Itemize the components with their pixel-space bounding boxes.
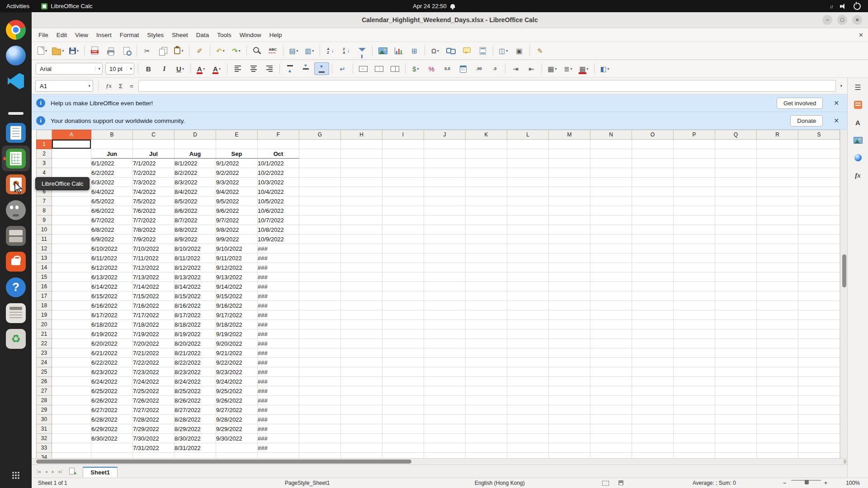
- cell-M22[interactable]: [549, 339, 590, 348]
- cell-F30[interactable]: ###: [258, 415, 299, 424]
- cell-K17[interactable]: [466, 291, 507, 301]
- cell-B24[interactable]: 6/22/2022: [91, 358, 133, 367]
- cell-N5[interactable]: [590, 178, 632, 187]
- cell-K20[interactable]: [466, 320, 507, 329]
- cell-M9[interactable]: [549, 216, 590, 225]
- format-number-button[interactable]: 0.0: [440, 62, 455, 75]
- cell-R15[interactable]: [757, 272, 798, 282]
- cell-K5[interactable]: [466, 178, 507, 187]
- cell-B3[interactable]: 6/1/2022: [91, 159, 133, 168]
- cell-P31[interactable]: [674, 424, 715, 434]
- row-header-13[interactable]: 13: [37, 253, 52, 263]
- cell-F14[interactable]: ###: [258, 263, 299, 272]
- cell-F7[interactable]: 10/5/2022: [258, 197, 299, 206]
- cell-S33[interactable]: [798, 443, 840, 453]
- first-sheet-icon[interactable]: |◂: [35, 468, 42, 475]
- cut-button[interactable]: ✂: [140, 44, 155, 57]
- cell-C34[interactable]: [133, 453, 175, 459]
- cell-D23[interactable]: 8/21/2022: [175, 348, 216, 358]
- cell-K2[interactable]: [466, 149, 507, 159]
- cell-D6[interactable]: 8/4/2022: [175, 187, 216, 197]
- dock-files-icon[interactable]: [2, 223, 30, 249]
- cell-G22[interactable]: [299, 339, 341, 348]
- menu-view[interactable]: View: [71, 30, 92, 40]
- cell-L24[interactable]: [507, 358, 549, 367]
- cell-M32[interactable]: [549, 434, 590, 443]
- previous-sheet-icon[interactable]: ◂: [43, 468, 49, 475]
- cell-I12[interactable]: [382, 244, 424, 253]
- find-and-replace-button[interactable]: [250, 44, 264, 57]
- cell-B17[interactable]: 6/15/2022: [91, 291, 133, 301]
- chevron-down-icon[interactable]: ▾: [85, 84, 90, 88]
- cell-R14[interactable]: [757, 263, 798, 272]
- cell-C27[interactable]: 7/25/2022: [133, 386, 175, 396]
- column-header-M[interactable]: M: [549, 130, 590, 140]
- cell-O12[interactable]: [632, 244, 674, 253]
- cell-O24[interactable]: [632, 358, 674, 367]
- cell-J17[interactable]: [424, 291, 466, 301]
- row-header-18[interactable]: 18: [37, 301, 52, 310]
- close-button[interactable]: [852, 15, 862, 25]
- cell-C8[interactable]: 7/6/2022: [133, 206, 175, 216]
- column-header-A[interactable]: A: [52, 130, 91, 140]
- column-header-Q[interactable]: Q: [715, 130, 757, 140]
- cell-S30[interactable]: [798, 415, 840, 424]
- cell-O15[interactable]: [632, 272, 674, 282]
- cell-A26[interactable]: [52, 377, 91, 386]
- cell-N26[interactable]: [590, 377, 632, 386]
- cell-F13[interactable]: ###: [258, 253, 299, 263]
- cell-O25[interactable]: [632, 367, 674, 377]
- cell-H12[interactable]: [341, 244, 382, 253]
- cell-R33[interactable]: [757, 443, 798, 453]
- bold-button[interactable]: B: [141, 62, 156, 75]
- cell-M19[interactable]: [549, 310, 590, 320]
- cell-E13[interactable]: 9/11/2022: [216, 253, 258, 263]
- cell-O7[interactable]: [632, 197, 674, 206]
- cell-O28[interactable]: [632, 396, 674, 405]
- cell-C21[interactable]: 7/19/2022: [133, 329, 175, 339]
- row-header-32[interactable]: 32: [37, 434, 52, 443]
- cell-N6[interactable]: [590, 187, 632, 197]
- cell-Q23[interactable]: [715, 348, 757, 358]
- menu-help[interactable]: Help: [265, 30, 286, 40]
- row-header-3[interactable]: 3: [37, 159, 52, 168]
- cell-P13[interactable]: [674, 253, 715, 263]
- cell-B11[interactable]: 6/9/2022: [91, 235, 133, 244]
- pivot-table-button[interactable]: ⊞: [407, 44, 422, 57]
- dock-vscode-icon[interactable]: [2, 68, 30, 94]
- cell-Q24[interactable]: [715, 358, 757, 367]
- cell-N11[interactable]: [590, 235, 632, 244]
- cell-L23[interactable]: [507, 348, 549, 358]
- cell-M1[interactable]: [549, 140, 590, 149]
- cell-L2[interactable]: [507, 149, 549, 159]
- cell-G16[interactable]: [299, 282, 341, 291]
- name-box[interactable]: A1 ▾: [35, 80, 93, 92]
- cell-F19[interactable]: ###: [258, 310, 299, 320]
- cell-A18[interactable]: [52, 301, 91, 310]
- cell-A22[interactable]: [52, 339, 91, 348]
- add-decimal-place-button[interactable]: .00: [472, 62, 486, 75]
- sidebar-properties-icon[interactable]: [852, 99, 864, 111]
- cell-J29[interactable]: [424, 405, 466, 415]
- cell-I23[interactable]: [382, 348, 424, 358]
- column-header-E[interactable]: E: [216, 130, 258, 140]
- cell-J13[interactable]: [424, 253, 466, 263]
- cell-F20[interactable]: ###: [258, 320, 299, 329]
- cell-D33[interactable]: 8/31/2022: [175, 443, 216, 453]
- cell-D10[interactable]: 8/8/2022: [175, 225, 216, 235]
- export-pdf-button[interactable]: [87, 44, 102, 57]
- cell-L11[interactable]: [507, 235, 549, 244]
- cell-F17[interactable]: ###: [258, 291, 299, 301]
- cell-A12[interactable]: [52, 244, 91, 253]
- cell-S8[interactable]: [798, 206, 840, 216]
- cell-L28[interactable]: [507, 396, 549, 405]
- cell-L27[interactable]: [507, 386, 549, 396]
- column-header-D[interactable]: D: [175, 130, 216, 140]
- cell-K34[interactable]: [466, 453, 507, 459]
- expand-formula-bar-icon[interactable]: ▾: [839, 84, 844, 88]
- cell-A33[interactable]: [52, 443, 91, 453]
- activities-button[interactable]: Activities: [6, 3, 29, 9]
- cell-K19[interactable]: [466, 310, 507, 320]
- cell-S17[interactable]: [798, 291, 840, 301]
- cell-M27[interactable]: [549, 386, 590, 396]
